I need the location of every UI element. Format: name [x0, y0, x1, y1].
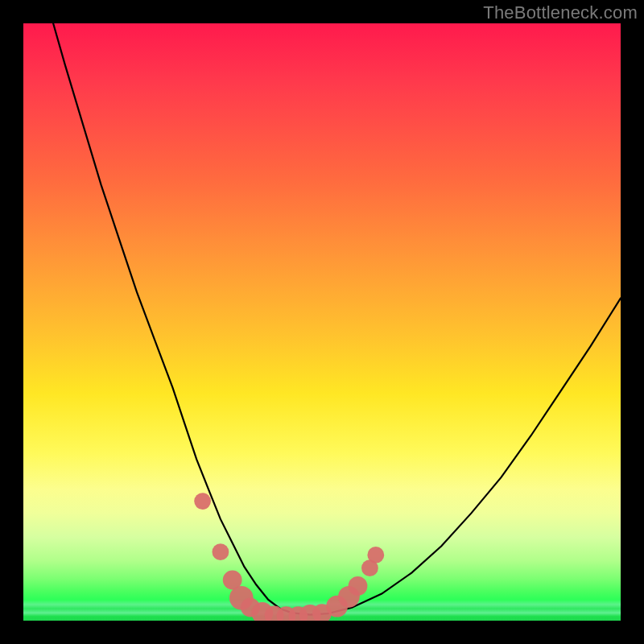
curve-marker	[194, 493, 211, 510]
curve-markers	[194, 493, 384, 621]
watermark-text: TheBottleneck.com	[483, 2, 638, 23]
curve-marker	[213, 543, 229, 560]
curve-marker	[349, 576, 368, 596]
bottleneck-curve	[53, 23, 621, 615]
curve-marker	[367, 547, 384, 564]
plot-area	[23, 23, 621, 621]
curve-layer	[23, 23, 621, 621]
chart-frame: TheBottleneck.com	[0, 0, 644, 644]
